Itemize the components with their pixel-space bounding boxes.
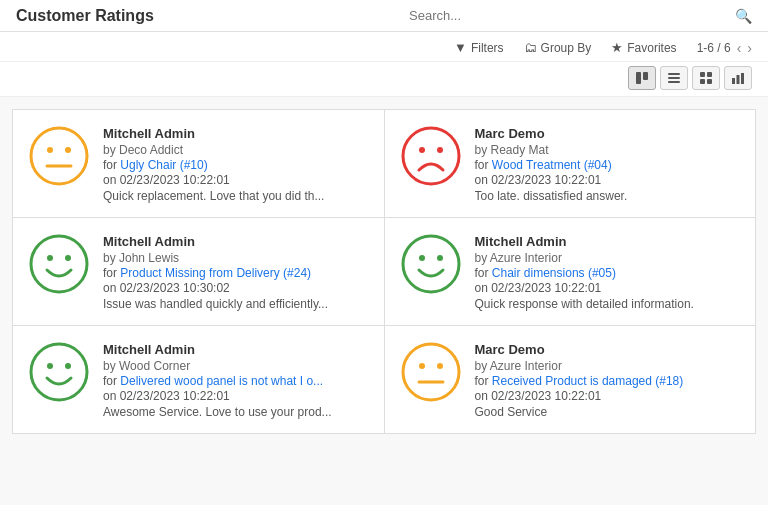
toolbar-actions: ▼ Filters 🗂 Group By ★ Favorites [450,38,681,57]
svg-point-16 [403,128,459,184]
card-for-link[interactable]: Chair dimensions (#05) [492,266,616,280]
card-for: for Received Product is damaged (#18) [475,374,740,388]
rating-card[interactable]: Mitchell Admin by Azure Interior for Cha… [385,218,756,325]
search-area: 🔍 [409,8,752,24]
filters-label: Filters [471,41,504,55]
rating-face [29,234,89,294]
card-user-name: Mitchell Admin [475,234,740,249]
next-page-button[interactable]: › [747,40,752,56]
rating-face [401,342,461,402]
rating-face [29,342,89,402]
svg-point-30 [437,363,443,369]
grid-icon [699,71,713,85]
card-info: Mitchell Admin by Deco Addict for Ugly C… [103,126,368,203]
svg-rect-3 [668,77,680,79]
rating-card[interactable]: Marc Demo by Ready Mat for Wood Treatmen… [385,110,756,217]
groupby-button[interactable]: 🗂 Group By [520,38,596,57]
pagination: 1-6 / 6 ‹ › [697,40,752,56]
card-for: for Ugly Chair (#10) [103,158,368,172]
card-for: for Chair dimensions (#05) [475,266,740,280]
rating-card[interactable]: Marc Demo by Azure Interior for Received… [385,326,756,433]
svg-point-22 [403,236,459,292]
card-date: on 02/23/2023 10:22:01 [475,389,740,403]
card-by: by Azure Interior [475,251,740,265]
card-info: Mitchell Admin by Azure Interior for Cha… [475,234,740,311]
star-icon: ★ [611,40,623,55]
svg-point-13 [47,147,53,153]
card-by: by Ready Mat [475,143,740,157]
top-bar: Customer Ratings 🔍 [0,0,768,32]
svg-point-21 [65,255,71,261]
groupby-icon: 🗂 [524,40,537,55]
toolbar: ▼ Filters 🗂 Group By ★ Favorites 1-6 / 6… [0,32,768,62]
card-comment: Awesome Service. Love to use your prod..… [103,405,333,419]
svg-point-25 [31,344,87,400]
card-comment: Quick response with detailed information… [475,297,705,311]
card-for-link[interactable]: Wood Treatment (#04) [492,158,612,172]
favorites-button[interactable]: ★ Favorites [607,38,680,57]
svg-point-19 [31,236,87,292]
svg-point-14 [65,147,71,153]
prev-page-button[interactable]: ‹ [737,40,742,56]
svg-point-28 [403,344,459,400]
chart-view-button[interactable] [724,66,752,90]
card-for-link[interactable]: Received Product is damaged (#18) [492,374,683,388]
page-title: Customer Ratings [16,7,154,25]
svg-rect-1 [643,72,648,80]
card-by: by Azure Interior [475,359,740,373]
grid-view-button[interactable] [692,66,720,90]
svg-point-23 [419,255,425,261]
card-user-name: Marc Demo [475,126,740,141]
card-for-link[interactable]: Product Missing from Delivery (#24) [120,266,311,280]
svg-rect-11 [741,73,744,84]
card-info: Marc Demo by Ready Mat for Wood Treatmen… [475,126,740,203]
card-date: on 02/23/2023 10:22:01 [475,281,740,295]
card-for: for Wood Treatment (#04) [475,158,740,172]
svg-point-24 [437,255,443,261]
svg-point-17 [419,147,425,153]
card-date: on 02/23/2023 10:22:01 [103,389,368,403]
search-icon[interactable]: 🔍 [735,8,752,24]
card-info: Mitchell Admin by Wood Corner for Delive… [103,342,368,419]
card-user-name: Mitchell Admin [103,342,368,357]
svg-rect-10 [737,75,740,84]
card-for-link[interactable]: Ugly Chair (#10) [120,158,207,172]
svg-point-18 [437,147,443,153]
card-info: Mitchell Admin by John Lewis for Product… [103,234,368,311]
kanban-view-button[interactable] [628,66,656,90]
svg-rect-8 [707,79,712,84]
rating-face [401,126,461,186]
card-comment: Good Service [475,405,705,419]
svg-rect-9 [732,78,735,84]
svg-rect-7 [700,79,705,84]
card-comment: Issue was handled quickly and efficientl… [103,297,333,311]
card-by: by Wood Corner [103,359,368,373]
svg-point-29 [419,363,425,369]
card-by: by John Lewis [103,251,368,265]
rating-card[interactable]: Mitchell Admin by Deco Addict for Ugly C… [13,110,384,217]
favorites-label: Favorites [627,41,676,55]
svg-rect-4 [668,81,680,83]
card-date: on 02/23/2023 10:30:02 [103,281,368,295]
card-user-name: Mitchell Admin [103,126,368,141]
rating-face [29,126,89,186]
cards-grid: Mitchell Admin by Deco Addict for Ugly C… [12,109,756,434]
card-comment: Quick replacement. Love that you did th.… [103,189,333,203]
card-user-name: Marc Demo [475,342,740,357]
view-icons-bar [0,62,768,97]
rating-card[interactable]: Mitchell Admin by John Lewis for Product… [13,218,384,325]
svg-rect-0 [636,72,641,84]
rating-face [401,234,461,294]
svg-point-26 [47,363,53,369]
search-input[interactable] [409,8,729,23]
svg-point-27 [65,363,71,369]
card-comment: Too late. dissatisfied answer. [475,189,705,203]
groupby-label: Group By [541,41,592,55]
card-date: on 02/23/2023 10:22:01 [475,173,740,187]
filters-button[interactable]: ▼ Filters [450,38,508,57]
rating-card[interactable]: Mitchell Admin by Wood Corner for Delive… [13,326,384,433]
card-user-name: Mitchell Admin [103,234,368,249]
card-by: by Deco Addict [103,143,368,157]
card-for-link[interactable]: Delivered wood panel is not what I o... [120,374,323,388]
list-view-button[interactable] [660,66,688,90]
